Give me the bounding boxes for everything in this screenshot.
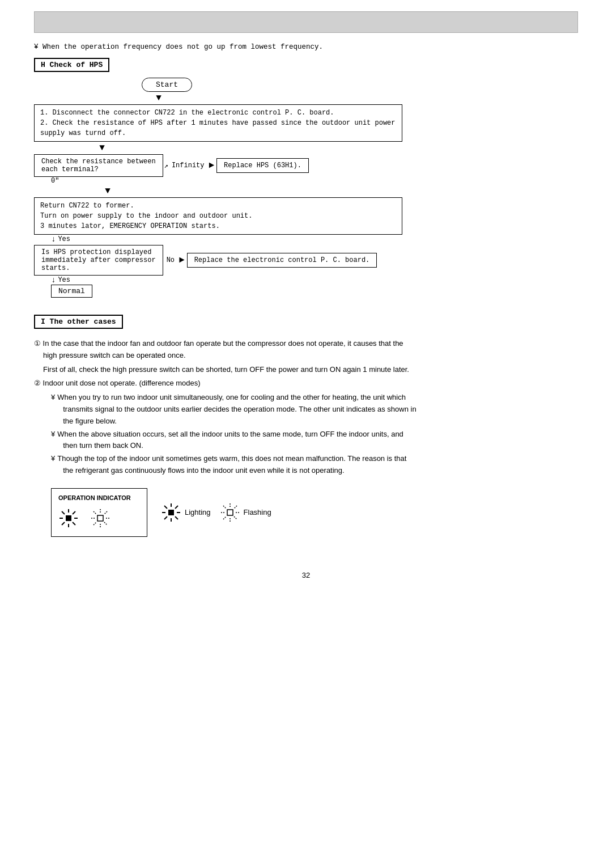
bullet-1: ¥ When you try to run two indoor unit si…	[51, 392, 578, 427]
normal-box: Normal	[51, 285, 92, 298]
arrow-to-replace-hps: ►	[209, 160, 214, 171]
bullet-2: ¥ When the above situation occurs, set a…	[51, 429, 578, 452]
svg-rect-9	[97, 515, 103, 521]
svg-rect-0	[66, 515, 71, 521]
svg-line-26	[164, 516, 167, 519]
lighting-label: Lighting	[185, 508, 211, 516]
replace-hps-box: Replace HPS (63H1).	[216, 158, 309, 173]
flowchart-h: H Check of HPS Start ▼ 1. Disconnect the…	[34, 58, 578, 298]
header-bar	[34, 11, 578, 33]
para-1: ① In the case that the indoor fan and ou…	[34, 338, 578, 362]
op-icons-row	[58, 508, 138, 531]
hps-question-box: Is HPS protection displayed immediately …	[34, 245, 163, 276]
hps-question-row: Is HPS protection displayed immediately …	[34, 245, 578, 276]
svg-line-14	[94, 511, 96, 514]
page-number: 32	[34, 571, 578, 579]
return-cn722-box: Return CN722 to former. Turn on power su…	[34, 197, 402, 235]
svg-line-16	[104, 511, 107, 514]
svg-line-24	[175, 516, 178, 519]
yes-label-2: Yes	[58, 276, 70, 284]
svg-line-17	[94, 522, 96, 525]
bullet-3: ¥ Though the top of the indoor unit some…	[51, 453, 578, 477]
start-oval: Start	[142, 78, 192, 92]
check-resistance-row: Check the resistance between each termin…	[34, 154, 578, 177]
svg-rect-27	[227, 510, 233, 515]
svg-rect-18	[168, 510, 174, 515]
steps-1-2: 1. Disconnect the connector CN722 in the…	[34, 104, 402, 142]
svg-line-34	[234, 506, 237, 509]
zero-label: 0"	[51, 177, 59, 185]
frequency-note: ¥ When the operation frequency does not …	[34, 43, 578, 51]
svg-line-8	[62, 522, 65, 525]
infinity-label: Infinity	[172, 162, 205, 170]
para-1b: First of all, check the high pressure sw…	[43, 364, 578, 376]
svg-line-7	[73, 511, 75, 514]
svg-line-32	[223, 506, 226, 509]
lighting-legend-item: Lighting	[161, 502, 211, 523]
svg-line-35	[223, 516, 226, 519]
svg-line-6	[73, 522, 75, 525]
no-label: No	[167, 256, 175, 264]
para-2: ② Indoor unit dose not operate. (differe…	[34, 378, 578, 389]
flashing-label: Flashing	[244, 508, 271, 516]
section-h-header: H Check of HPS	[34, 58, 109, 72]
yes-label-1: Yes	[58, 235, 70, 243]
section-i-header: I The other cases	[34, 315, 123, 329]
operation-indicator-container: OPERATION INDICATOR	[51, 488, 578, 537]
flashing-legend-item: Flashing	[220, 502, 271, 523]
operation-indicator-box: OPERATION INDICATOR	[51, 488, 147, 537]
svg-line-15	[104, 522, 107, 525]
svg-line-23	[164, 506, 167, 509]
svg-line-33	[234, 516, 237, 519]
svg-line-5	[62, 511, 65, 514]
replace-board-box: Replace the electronic control P. C. boa…	[187, 253, 377, 268]
dashed-sun-icon	[90, 508, 110, 531]
svg-line-25	[175, 506, 178, 509]
section-i: I The other cases ① In the case that the…	[34, 315, 578, 537]
arrow-to-replace-board: ►	[179, 255, 185, 265]
check-resistance-box: Check the resistance between each termin…	[34, 154, 163, 177]
legend-row: Lighting Flashing	[161, 502, 271, 523]
solid-sun-icon	[58, 508, 79, 531]
op-indicator-title: OPERATION INDICATOR	[58, 494, 138, 501]
